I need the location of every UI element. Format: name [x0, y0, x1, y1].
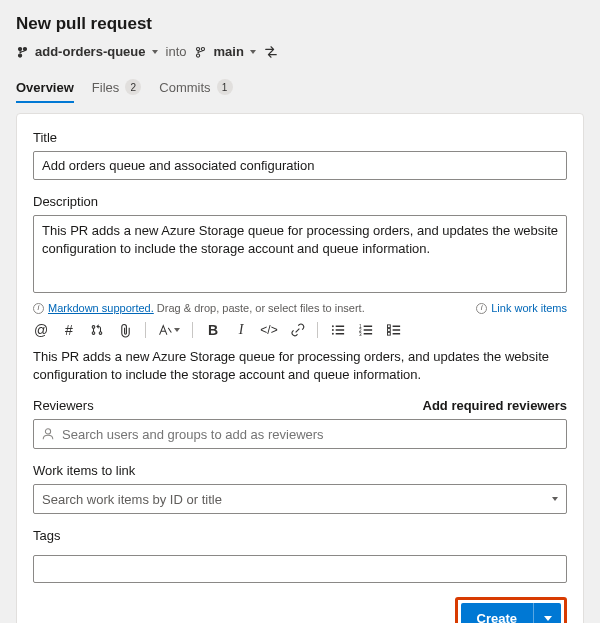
mention-icon[interactable]: @	[33, 322, 49, 338]
tab-overview[interactable]: Overview	[16, 74, 74, 103]
link-icon[interactable]	[289, 323, 305, 338]
into-label: into	[166, 44, 187, 59]
chevron-down-icon	[250, 50, 256, 54]
svg-text:3: 3	[359, 332, 362, 337]
pr-form-card: Title Description Markdown supported. Dr…	[16, 113, 584, 623]
editor-toolbar: @ # B I </> 123	[33, 322, 567, 338]
branch-icon	[16, 45, 29, 58]
work-items-label: Work items to link	[33, 463, 567, 478]
reviewers-label: Reviewers	[33, 398, 94, 413]
chevron-down-icon	[152, 50, 158, 54]
svg-point-2	[331, 333, 333, 335]
svg-rect-6	[387, 325, 390, 328]
work-items-placeholder: Search work items by ID or title	[42, 492, 222, 507]
toolbar-separator	[145, 322, 146, 338]
code-icon[interactable]: </>	[261, 323, 277, 337]
title-input[interactable]	[33, 151, 567, 180]
tags-input[interactable]	[33, 555, 567, 583]
checklist-icon[interactable]	[386, 323, 402, 337]
svg-point-1	[331, 329, 333, 331]
person-icon	[41, 427, 55, 441]
chevron-down-icon	[552, 497, 558, 501]
description-label: Description	[33, 194, 567, 209]
commits-count-badge: 1	[217, 79, 233, 95]
description-input[interactable]	[33, 215, 567, 293]
info-icon	[33, 303, 44, 314]
create-button[interactable]: Create	[461, 603, 533, 623]
bold-icon[interactable]: B	[205, 322, 221, 338]
branch-icon	[194, 45, 207, 58]
page-title: New pull request	[16, 14, 584, 34]
target-branch-name: main	[213, 44, 243, 59]
target-branch-selector[interactable]: main	[194, 44, 255, 59]
reviewers-search-input[interactable]	[33, 419, 567, 449]
tabs: Overview Files 2 Commits 1	[16, 73, 584, 103]
svg-point-0	[331, 325, 333, 327]
create-dropdown-button[interactable]	[533, 603, 561, 623]
swap-icon	[264, 45, 278, 59]
markdown-supported-link[interactable]: Markdown supported.	[48, 302, 154, 314]
source-branch-name: add-orders-queue	[35, 44, 146, 59]
markdown-hint: Markdown supported. Drag & drop, paste, …	[33, 302, 365, 314]
svg-rect-8	[387, 332, 390, 335]
bullet-list-icon[interactable]	[330, 323, 346, 337]
svg-rect-7	[387, 329, 390, 332]
hashtag-icon[interactable]: #	[61, 322, 77, 338]
files-count-badge: 2	[125, 79, 141, 95]
numbered-list-icon[interactable]: 123	[358, 323, 374, 337]
tags-label: Tags	[33, 528, 567, 543]
toolbar-separator	[192, 322, 193, 338]
source-branch-selector[interactable]: add-orders-queue	[16, 44, 158, 59]
add-required-reviewers-link[interactable]: Add required reviewers	[423, 398, 568, 413]
info-icon	[476, 303, 487, 314]
toolbar-separator	[317, 322, 318, 338]
text-style-icon[interactable]	[158, 323, 180, 337]
tab-files[interactable]: Files 2	[92, 73, 141, 103]
tab-commits[interactable]: Commits 1	[159, 73, 232, 103]
work-items-dropdown[interactable]: Search work items by ID or title	[33, 484, 567, 514]
link-work-items[interactable]: Link work items	[476, 302, 567, 314]
branch-selector-row: add-orders-queue into main	[16, 44, 584, 59]
title-label: Title	[33, 130, 567, 145]
swap-branches-button[interactable]	[264, 45, 278, 59]
chevron-down-icon	[544, 616, 552, 621]
svg-point-9	[45, 429, 50, 434]
chevron-down-icon	[174, 328, 180, 332]
description-preview: This PR adds a new Azure Storage queue f…	[33, 348, 567, 384]
create-button-highlight: Create	[455, 597, 567, 623]
italic-icon[interactable]: I	[233, 322, 249, 338]
pull-request-icon[interactable]	[89, 323, 105, 337]
attachment-icon[interactable]	[117, 323, 133, 338]
